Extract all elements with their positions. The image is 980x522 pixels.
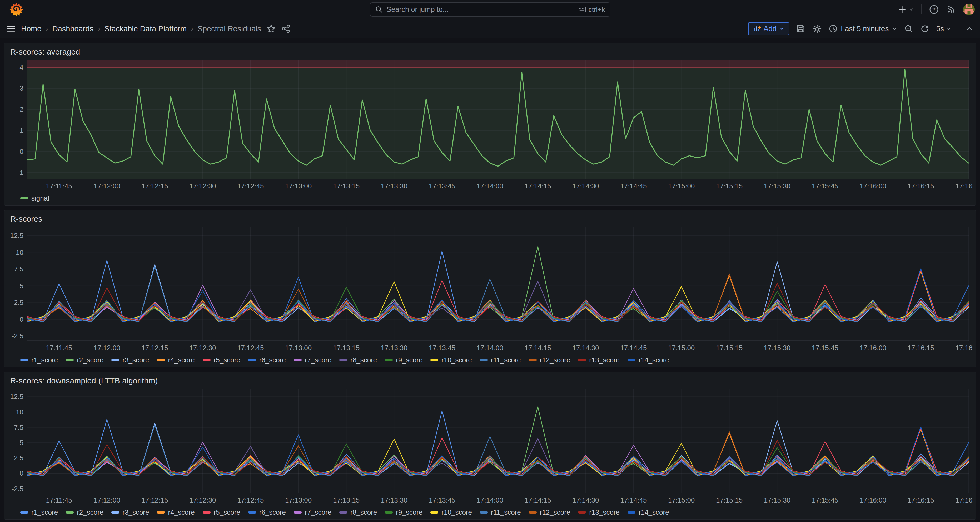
clock-icon	[829, 24, 838, 33]
breadcrumb-home[interactable]: Home	[21, 24, 41, 33]
avatar[interactable]	[963, 4, 975, 15]
x-tick-label: 17:15:45	[812, 344, 838, 352]
search-input[interactable]	[387, 6, 574, 14]
legend-item-r2_score[interactable]: r2_score	[66, 356, 103, 364]
chart-canvas[interactable]: 17:11:4517:12:0017:12:1517:12:3017:12:45…	[6, 386, 974, 506]
new-button[interactable]	[897, 5, 914, 14]
x-tick-label: 17:14:30	[572, 182, 599, 190]
timeseries-chart[interactable]: 17:11:4517:12:0017:12:1517:12:3017:12:45…	[6, 224, 974, 354]
legend-item-r13_score[interactable]: r13_score	[578, 508, 620, 516]
save-dashboard-button[interactable]	[796, 24, 805, 34]
panel-header[interactable]: R-scores	[6, 212, 974, 224]
legend-item-r6_score[interactable]: r6_score	[248, 508, 286, 516]
legend-item-r2_score[interactable]: r2_score	[66, 508, 103, 516]
legend-item-r9_score[interactable]: r9_score	[385, 356, 423, 364]
search-bar[interactable]: ctrl+k	[370, 2, 610, 17]
x-tick-label: 17:11:45	[46, 496, 72, 504]
legend-item-r11_score[interactable]: r11_score	[480, 356, 521, 364]
legend-item-signal[interactable]: signal	[20, 194, 49, 203]
collapse-toolbar-button[interactable]	[965, 24, 974, 33]
x-tick-label: 17:14:00	[477, 182, 503, 190]
x-tick-label: 17:12:45	[237, 344, 264, 352]
legend-item-r3_score[interactable]: r3_score	[111, 508, 149, 516]
timeseries-chart[interactable]: 17:11:4517:12:0017:12:1517:12:3017:12:45…	[6, 57, 974, 192]
legend-item-r8_score[interactable]: r8_score	[339, 508, 377, 516]
legend-item-r9_score[interactable]: r9_score	[385, 508, 423, 516]
add-button[interactable]: Add	[748, 22, 789, 35]
legend-item-r12_score[interactable]: r12_score	[529, 356, 570, 364]
legend-label: r10_score	[441, 356, 472, 364]
legend-item-r5_score[interactable]: r5_score	[203, 356, 240, 364]
x-tick-label: 17:15:30	[764, 344, 791, 352]
chevron-down-icon	[779, 26, 784, 31]
panel-title: R-scores: downsampled (LTTB algorithm)	[10, 376, 158, 385]
x-tick-label: 17:16:15	[908, 496, 934, 504]
favorite-button[interactable]	[266, 24, 276, 34]
panel-header[interactable]: R-scores: averaged	[6, 45, 974, 57]
y-tick-label: 0	[20, 469, 24, 477]
time-range-picker[interactable]: Last 5 minutes	[829, 24, 897, 33]
legend-marker	[203, 359, 211, 361]
x-tick-label: 17:14:45	[620, 344, 647, 352]
refresh-button[interactable]	[920, 24, 929, 33]
legend-marker	[480, 359, 488, 361]
legend-item-r11_score[interactable]: r11_score	[480, 508, 521, 516]
legend-item-r1_score[interactable]: r1_score	[20, 508, 58, 516]
refresh-interval-picker[interactable]: 5s	[936, 24, 951, 33]
y-tick-label: -2.5	[11, 332, 24, 340]
panel-header[interactable]: R-scores: downsampled (LTTB algorithm)	[6, 374, 974, 386]
y-tick-label: 0	[20, 315, 24, 323]
legend-item-r4_score[interactable]: r4_score	[157, 508, 194, 516]
x-tick-label: 17:13:00	[285, 344, 312, 352]
menu-button[interactable]	[6, 24, 16, 34]
legend-item-r7_score[interactable]: r7_score	[294, 508, 331, 516]
legend-item-r8_score[interactable]: r8_score	[339, 356, 377, 364]
legend-label: r1_score	[31, 508, 58, 516]
legend-label: r14_score	[639, 508, 669, 516]
chart-canvas[interactable]: 17:11:4517:12:0017:12:1517:12:3017:12:45…	[6, 224, 974, 354]
breadcrumb-separator: ›	[98, 24, 100, 33]
timeseries-chart[interactable]: 17:11:4517:12:0017:12:1517:12:3017:12:45…	[6, 386, 974, 506]
news-button[interactable]	[946, 5, 956, 14]
top-nav: ctrl+k ?	[0, 0, 980, 19]
legend-item-r12_score[interactable]: r12_score	[529, 508, 570, 516]
x-tick-label: 17:12:15	[142, 182, 168, 190]
x-tick-label: 17:11:45	[46, 182, 72, 190]
y-tick-label: -2.5	[11, 485, 24, 493]
legend-label: r2_score	[77, 508, 103, 516]
legend-item-r5_score[interactable]: r5_score	[203, 508, 240, 516]
zoom-out-button[interactable]	[904, 24, 913, 34]
legend-item-r6_score[interactable]: r6_score	[248, 356, 286, 364]
legend-label: r7_score	[305, 508, 331, 516]
grafana-logo[interactable]	[9, 2, 24, 17]
dashboard-settings-button[interactable]	[812, 24, 822, 34]
breadcrumb-dashboards[interactable]: Dashboards	[52, 24, 94, 33]
keyboard-icon	[578, 6, 586, 13]
share-button[interactable]	[281, 24, 291, 34]
breadcrumb-folder[interactable]: Stackable Data Platform	[104, 24, 187, 33]
x-tick-label: 17:14:00	[477, 496, 503, 504]
x-tick-label: 17:13:00	[285, 182, 312, 190]
x-tick-label: 17:13:45	[429, 182, 455, 190]
legend-item-r10_score[interactable]: r10_score	[430, 508, 472, 516]
legend-item-r1_score[interactable]: r1_score	[20, 356, 58, 364]
x-tick-label: 17:14:45	[620, 182, 647, 190]
y-tick-label: 0	[20, 148, 24, 155]
x-tick-label: 17:16:00	[860, 344, 886, 352]
legend-label: r12_score	[540, 508, 570, 516]
legend-item-r7_score[interactable]: r7_score	[294, 356, 331, 364]
legend-item-r14_score[interactable]: r14_score	[628, 356, 669, 364]
help-button[interactable]: ?	[929, 5, 939, 14]
hamburger-icon	[6, 24, 16, 34]
help-circle-icon: ?	[929, 5, 939, 14]
legend-label: r11_score	[491, 508, 521, 516]
chart-canvas[interactable]: 17:11:4517:12:0017:12:1517:12:3017:12:45…	[6, 57, 974, 192]
legend-item-r4_score[interactable]: r4_score	[157, 356, 194, 364]
legend-label: r5_score	[214, 508, 240, 516]
y-tick-label: 12.5	[10, 231, 24, 239]
y-tick-label: 2.5	[14, 454, 24, 462]
legend-item-r3_score[interactable]: r3_score	[111, 356, 149, 364]
legend-item-r10_score[interactable]: r10_score	[430, 356, 472, 364]
legend-item-r14_score[interactable]: r14_score	[628, 508, 669, 516]
legend-item-r13_score[interactable]: r13_score	[578, 356, 620, 364]
